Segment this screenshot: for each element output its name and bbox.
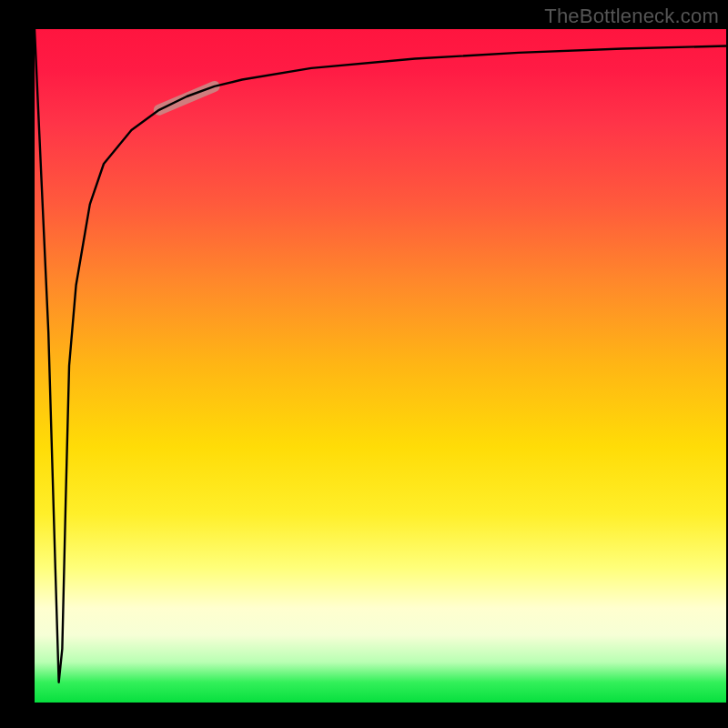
- bottleneck-curve: [35, 29, 726, 682]
- curve-layer: [35, 29, 726, 703]
- watermark-label: TheBottleneck.com: [544, 5, 719, 28]
- axis-region-bottom: [0, 703, 728, 728]
- plot-area: [35, 29, 726, 703]
- axis-region-left: [0, 29, 35, 703]
